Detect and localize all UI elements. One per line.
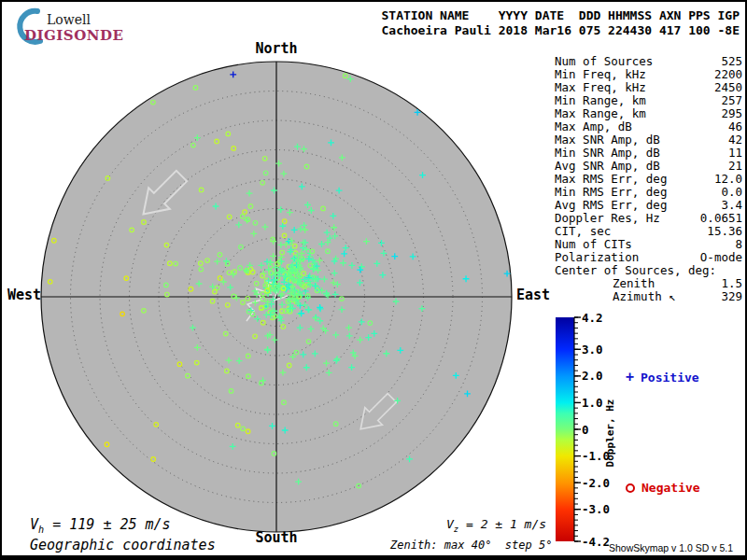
stat-value: 295 <box>721 107 742 120</box>
compass-west-label: West <box>2 287 41 303</box>
stat-value: 8 <box>735 238 742 251</box>
svg-text:-4.2: -4.2 <box>582 535 610 549</box>
stat-value: 15.36 <box>707 225 742 238</box>
legend-negative: Negative <box>626 481 700 495</box>
stat-label: Min Range, km <box>555 94 646 107</box>
svg-text:4.2: 4.2 <box>582 311 603 325</box>
stat-value: 11 <box>728 147 742 160</box>
stat-row: Num of CITs8 <box>555 238 742 251</box>
stat-label: Min Freq, kHz <box>555 68 646 81</box>
stat-label: Center of Sources, deg: <box>555 264 716 277</box>
stat-label: Azimuth ↖ <box>555 290 676 303</box>
stat-row: Min Range, km257 <box>555 94 742 107</box>
svg-text:-3.0: -3.0 <box>582 502 610 516</box>
showskymap-window: Lowell DIGISONDE STATION NAME YYYY DATE … <box>0 0 747 560</box>
software-version-label: ShowSkymap v 1.0 SD v 5.1 <box>609 542 733 553</box>
stat-row: CIT, sec15.36 <box>555 225 742 238</box>
stat-row: Min SNR Amp, dB11 <box>555 147 742 160</box>
stat-row: Doppler Res, Hz0.0651 <box>555 212 742 225</box>
coordinate-system-label: Geographic coordinates <box>30 537 216 553</box>
circle-marker-icon <box>626 483 635 493</box>
statistics-panel: Num of Sources525Min Freq, kHz2200Max Fr… <box>555 55 742 303</box>
svg-text:0: 0 <box>582 423 589 437</box>
stat-label: Num of Sources <box>555 55 653 68</box>
stat-label: Max RMS Err, deg <box>555 173 667 186</box>
stat-value: 42 <box>728 133 742 147</box>
doppler-axis-label: Doppler, Hz <box>604 399 616 468</box>
colorbar-gradient <box>556 317 574 541</box>
compass-north-label: North <box>230 40 323 57</box>
skymap-plot <box>2 2 562 560</box>
horizontal-velocity-readout: Vh = 119 ± 25 m/s <box>30 516 171 535</box>
stat-value: 3.4 <box>721 199 742 212</box>
stat-value: 2200 <box>714 68 742 81</box>
stat-row: PolarizationO-mode <box>555 251 742 264</box>
stat-row: Num of Sources525 <box>555 55 742 68</box>
stat-value: 257 <box>721 94 742 107</box>
stat-value: 329 <box>721 290 742 303</box>
stat-value: O-mode <box>700 251 742 264</box>
plus-marker-icon: + <box>626 371 634 384</box>
vertical-velocity-readout: Vz = 2 ± 1 m/s <box>446 517 546 534</box>
stat-row: Max Freq, kHz2450 <box>555 81 742 94</box>
stat-value: 46 <box>728 120 742 133</box>
compass-south-label: South <box>230 529 323 546</box>
stat-label: CIT, sec <box>555 225 611 238</box>
stat-value: 21 <box>728 160 742 173</box>
stat-value: 0.0651 <box>700 212 742 225</box>
stat-label: Avg RMS Err, deg <box>555 199 667 212</box>
svg-text:2.0: 2.0 <box>582 369 603 383</box>
legend-positive: + Positive <box>626 371 699 385</box>
svg-text:1.0: 1.0 <box>582 396 603 410</box>
stat-row: Avg RMS Err, deg3.4 <box>555 199 742 212</box>
stat-value: 1.5 <box>721 277 742 290</box>
skymap-base <box>41 62 512 532</box>
stat-row: Center of Sources, deg: <box>555 264 742 277</box>
stat-row: Zenith1.5 <box>555 277 742 290</box>
stat-value: 2450 <box>714 81 742 94</box>
zenith-scale-note: Zenith: max 40° step 5° <box>390 539 552 552</box>
stat-value: 0.0 <box>721 186 742 199</box>
stat-row: Max SNR Amp, dB42 <box>555 133 742 147</box>
stat-label: Doppler Res, Hz <box>555 212 660 225</box>
stat-label: Min SNR Amp, dB <box>555 147 660 160</box>
stat-label: Zenith <box>555 277 655 290</box>
stat-label: Avg SNR Amp, dB <box>555 160 660 173</box>
stat-label: Min RMS Err, deg <box>555 186 667 199</box>
stat-row: Max Range, km295 <box>555 107 742 120</box>
stat-row: Min RMS Err, deg0.0 <box>555 186 742 199</box>
stat-label: Max SNR Amp, dB <box>555 133 660 147</box>
stat-row: Max Amp, dB46 <box>555 120 742 133</box>
svg-text:-2.0: -2.0 <box>582 476 610 490</box>
stat-row: Azimuth ↖329 <box>555 290 742 303</box>
stat-label: Max Range, km <box>555 107 646 120</box>
stat-value: 12.0 <box>714 173 742 186</box>
stat-row: Avg SNR Amp, dB21 <box>555 160 742 173</box>
stat-label: Num of CITs <box>555 238 632 251</box>
stat-label: Max Freq, kHz <box>555 81 646 94</box>
stat-row: Max RMS Err, deg12.0 <box>555 173 742 186</box>
stat-value: 525 <box>721 55 742 68</box>
stat-label: Polarization <box>555 251 639 264</box>
stat-label: Max Amp, dB <box>555 120 632 133</box>
legend-negative-label: Negative <box>641 481 700 495</box>
stat-row: Min Freq, kHz2200 <box>555 68 742 81</box>
legend-positive-label: Positive <box>641 371 699 385</box>
svg-text:3.0: 3.0 <box>582 343 603 357</box>
